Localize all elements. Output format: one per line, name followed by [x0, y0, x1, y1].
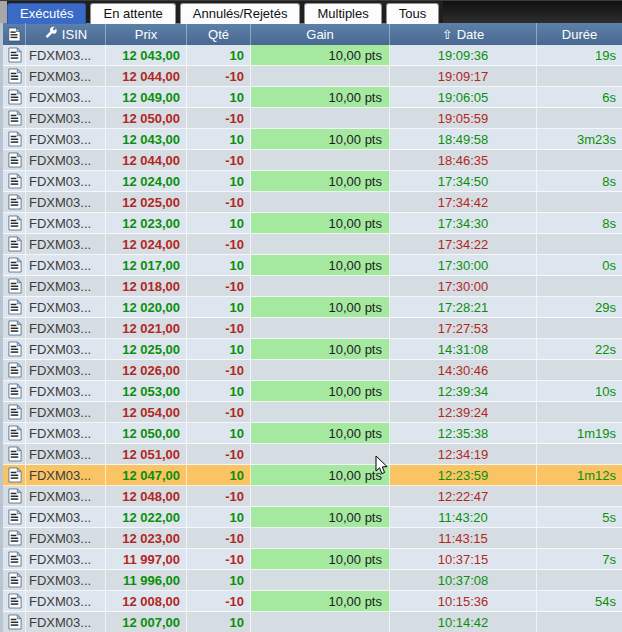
row-document-icon[interactable]	[3, 339, 26, 360]
row-document-icon[interactable]	[3, 528, 26, 549]
table-row[interactable]: FDXM03... 12 025,00 -10 17:34:42	[3, 192, 622, 213]
cell-gain	[251, 486, 390, 507]
cell-gain	[251, 402, 390, 423]
cell-duration	[537, 66, 622, 87]
table-row[interactable]: FDXM03... 12 024,00 10 10,00 pts 17:34:5…	[3, 171, 622, 192]
wrench-icon[interactable]	[44, 26, 58, 43]
cell-date: 11:43:20	[390, 507, 537, 528]
cell-isin: FDXM03...	[26, 234, 106, 255]
row-document-icon[interactable]	[3, 549, 26, 570]
cell-gain	[251, 108, 390, 129]
table-row[interactable]: FDXM03... 12 048,00 -10 12:22:47	[3, 486, 622, 507]
tab-multiples[interactable]: Multiples	[304, 3, 381, 24]
table-row[interactable]: FDXM03... 12 007,00 10 10:14:42	[3, 612, 622, 632]
cell-isin: FDXM03...	[26, 612, 106, 632]
table-row[interactable]: FDXM03... 12 017,00 10 10,00 pts 17:30:0…	[3, 255, 622, 276]
table-row[interactable]: FDXM03... 11 997,00 -10 10,00 pts 10:37:…	[3, 549, 622, 570]
table-row[interactable]: FDXM03... 12 018,00 -10 17:30:00	[3, 276, 622, 297]
row-document-icon[interactable]	[3, 171, 26, 192]
table-row[interactable]: FDXM03... 12 043,00 10 10,00 pts 19:09:3…	[3, 45, 622, 66]
row-document-icon[interactable]	[3, 591, 26, 612]
cell-duration: 5s	[537, 507, 622, 528]
row-document-icon[interactable]	[3, 192, 26, 213]
table-row[interactable]: FDXM03... 12 043,00 10 10,00 pts 18:49:5…	[3, 129, 622, 150]
col-header-prix[interactable]: Prix	[106, 23, 187, 45]
table-row[interactable]: FDXM03... 12 044,00 -10 19:09:17	[3, 66, 622, 87]
table-row[interactable]: FDXM03... 12 053,00 10 10,00 pts 12:39:3…	[3, 381, 622, 402]
tab-executes[interactable]: Exécutés	[7, 3, 86, 24]
table-row[interactable]: FDXM03... 12 026,00 -10 14:30:46	[3, 360, 622, 381]
table-row[interactable]: FDXM03... 12 050,00 -10 19:05:59	[3, 108, 622, 129]
row-document-icon[interactable]	[3, 234, 26, 255]
row-document-icon[interactable]	[3, 486, 26, 507]
table-header: ISIN Prix Qté Gain ⇧ Date Durée	[3, 23, 622, 45]
table-row[interactable]: FDXM03... 12 047,00 10 10,00 pts 12:23:5…	[3, 465, 622, 486]
table-row[interactable]: FDXM03... 12 020,00 10 10,00 pts 17:28:2…	[3, 297, 622, 318]
row-document-icon[interactable]	[3, 423, 26, 444]
row-document-icon[interactable]	[3, 108, 26, 129]
row-document-icon[interactable]	[3, 66, 26, 87]
cell-quantity: 10	[187, 339, 251, 360]
row-document-icon[interactable]	[3, 360, 26, 381]
table-row[interactable]: FDXM03... 12 023,00 10 10,00 pts 17:34:3…	[3, 213, 622, 234]
table-row[interactable]: FDXM03... 12 024,00 -10 17:34:22	[3, 234, 622, 255]
col-header-gain[interactable]: Gain	[251, 23, 390, 45]
cell-duration: 1m12s	[537, 465, 622, 486]
row-document-icon[interactable]	[3, 570, 26, 591]
cell-quantity: 10	[187, 255, 251, 276]
cell-quantity: -10	[187, 402, 251, 423]
cell-price: 12 025,00	[106, 192, 187, 213]
tab-en-attente[interactable]: En attente	[90, 3, 175, 24]
tab-bar-left-pad	[0, 1, 7, 23]
row-document-icon[interactable]	[3, 129, 26, 150]
cell-duration	[537, 276, 622, 297]
tab-annules-rejetes[interactable]: Annulés/Rejetés	[180, 3, 301, 24]
col-header-duree[interactable]: Durée	[537, 23, 622, 45]
row-document-icon[interactable]	[3, 87, 26, 108]
row-document-icon[interactable]	[3, 150, 26, 171]
col-header-isin[interactable]: ISIN	[26, 23, 106, 45]
table-row[interactable]: FDXM03... 12 049,00 10 10,00 pts 19:06:0…	[3, 87, 622, 108]
cell-isin: FDXM03...	[26, 213, 106, 234]
tab-tous[interactable]: Tous	[386, 3, 439, 24]
cell-duration	[537, 570, 622, 591]
cell-isin: FDXM03...	[26, 66, 106, 87]
row-document-icon[interactable]	[3, 612, 26, 632]
cell-quantity: -10	[187, 591, 251, 612]
row-document-icon[interactable]	[3, 255, 26, 276]
col-header-order-type[interactable]	[3, 23, 26, 45]
cell-duration	[537, 108, 622, 129]
row-document-icon[interactable]	[3, 297, 26, 318]
cell-gain	[251, 360, 390, 381]
table-row[interactable]: FDXM03... 11 996,00 10 10:37:08	[3, 570, 622, 591]
cell-gain: 10,00 pts	[251, 381, 390, 402]
row-document-icon[interactable]	[3, 213, 26, 234]
table-row[interactable]: FDXM03... 12 050,00 10 10,00 pts 12:35:3…	[3, 423, 622, 444]
table-row[interactable]: FDXM03... 12 054,00 -10 12:39:24	[3, 402, 622, 423]
row-document-icon[interactable]	[3, 381, 26, 402]
cell-gain: 10,00 pts	[251, 423, 390, 444]
row-document-icon[interactable]	[3, 318, 26, 339]
table-row[interactable]: FDXM03... 12 044,00 -10 18:46:35	[3, 150, 622, 171]
cell-duration: 8s	[537, 171, 622, 192]
row-document-icon[interactable]	[3, 402, 26, 423]
table-row[interactable]: FDXM03... 12 051,00 -10 12:34:19	[3, 444, 622, 465]
table-row[interactable]: FDXM03... 12 025,00 10 10,00 pts 14:31:0…	[3, 339, 622, 360]
cell-gain: 10,00 pts	[251, 465, 390, 486]
row-document-icon[interactable]	[3, 45, 26, 66]
cell-quantity: 10	[187, 381, 251, 402]
col-header-qte[interactable]: Qté	[187, 23, 251, 45]
cell-price: 12 026,00	[106, 360, 187, 381]
cell-isin: FDXM03...	[26, 297, 106, 318]
table-row[interactable]: FDXM03... 12 021,00 -10 17:27:53	[3, 318, 622, 339]
col-header-date[interactable]: ⇧ Date	[390, 23, 537, 45]
row-document-icon[interactable]	[3, 465, 26, 486]
row-document-icon[interactable]	[3, 276, 26, 297]
row-document-icon[interactable]	[3, 507, 26, 528]
table-row[interactable]: FDXM03... 12 008,00 -10 10,00 pts 10:15:…	[3, 591, 622, 612]
table-row[interactable]: FDXM03... 12 022,00 10 10,00 pts 11:43:2…	[3, 507, 622, 528]
table-row[interactable]: FDXM03... 12 023,00 -10 11:43:15	[3, 528, 622, 549]
cell-quantity: -10	[187, 360, 251, 381]
row-document-icon[interactable]	[3, 444, 26, 465]
cell-quantity: 10	[187, 297, 251, 318]
